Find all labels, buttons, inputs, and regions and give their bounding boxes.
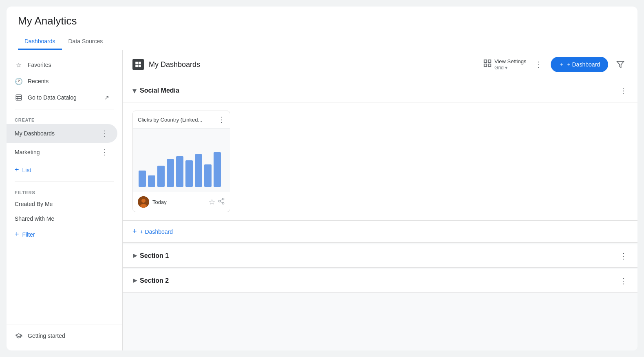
section-social-media-title: Social Media [140,87,620,94]
sidebar: ☆ Favorites 🕐 Recents [7,50,123,350]
filters-section-label: FILTERS [7,185,122,197]
more-options-button[interactable]: ⋮ [531,57,546,72]
section-1-menu-icon[interactable]: ⋮ [620,251,628,261]
sidebar-bottom: Getting started [7,324,122,344]
sidebar-marketing-label: Marketing [15,149,95,155]
section-1-title: Section 1 [140,252,620,259]
content-title: My Dashboards [132,59,483,70]
sidebar-recents-label: Recents [28,78,109,84]
svg-point-26 [218,200,221,202]
add-filter-icon: + [15,230,19,239]
svg-rect-5 [139,62,141,64]
section-2-menu-icon[interactable]: ⋮ [620,276,628,286]
add-dashboard-label: + Dashboard [567,61,600,68]
sidebar-item-created-by-me[interactable]: Created By Me [7,197,117,211]
card-star-icon-1[interactable]: ☆ [209,197,215,206]
dashboards-icon [132,59,144,70]
content-header: My Dashboards [123,50,637,79]
svg-line-28 [220,202,222,203]
view-settings-button[interactable]: View Settings Grid ▾ [483,58,527,71]
add-filter-label: Filter [22,231,35,238]
table-icon [15,93,23,102]
svg-line-29 [220,199,222,200]
marketing-menu-icon[interactable]: ⋮ [100,147,109,157]
add-dashboard-button[interactable]: ＋ + Dashboard [551,57,608,72]
svg-rect-19 [195,154,202,187]
sidebar-item-marketing[interactable]: Marketing ⋮ [7,143,117,162]
sidebar-my-dashboards-label: My Dashboards [15,130,95,137]
sidebar-item-recents[interactable]: 🕐 Recents [7,73,117,89]
graduation-icon [15,332,23,340]
svg-rect-20 [204,164,212,187]
svg-rect-0 [16,95,22,100]
add-dashboard-link-label: + Dashboard [140,228,173,235]
filter-icon-button[interactable] [613,57,628,72]
svg-point-25 [222,198,224,200]
svg-marker-12 [617,62,624,68]
view-settings-label: View Settings [494,58,527,65]
card-title-1: Clicks by Country (Linked... [138,117,202,123]
app-title: My Analytics [18,15,626,27]
cards-grid: Clicks by Country (Linked... ⋮ [132,111,628,212]
card-chart-1 [133,129,230,192]
tabs: Dashboards Data Sources [18,34,626,50]
svg-rect-9 [488,60,491,62]
page-title: My Dashboards [149,60,200,69]
grid-icon [483,59,492,70]
card-share-icon-1[interactable] [218,197,225,207]
svg-rect-13 [139,171,146,187]
create-section-label: CREATE [7,113,122,124]
svg-rect-6 [135,65,138,67]
external-link-icon: ↗ [104,94,109,101]
avatar-1 [138,196,149,208]
add-dashboard-link[interactable]: + + Dashboard [123,221,637,243]
bar-chart-svg [137,130,226,187]
clock-icon: 🕐 [15,77,23,85]
chevron-right-icon-1: ▾ [130,254,139,258]
svg-rect-10 [484,64,487,67]
card-header-1: Clicks by Country (Linked... ⋮ [133,111,230,129]
section-social-media[interactable]: ▾ Social Media ⋮ [123,79,637,102]
sidebar-divider-2 [15,182,114,182]
svg-rect-4 [135,62,138,64]
view-settings-sub: Grid ▾ [494,65,527,71]
card-menu-icon-1[interactable]: ⋮ [218,115,225,124]
sidebar-item-my-dashboards[interactable]: My Dashboards ⋮ [7,124,117,143]
section-2[interactable]: ▾ Section 2 ⋮ [123,269,637,293]
star-icon: ☆ [15,61,23,69]
my-dashboards-menu-icon[interactable]: ⋮ [100,128,109,139]
dashboard-card-1[interactable]: Clicks by Country (Linked... ⋮ [132,111,230,212]
sidebar-item-shared-with-me[interactable]: Shared with Me [7,211,117,226]
card-footer-1: Today ☆ [133,192,230,212]
sidebar-item-data-catalog[interactable]: Go to Data Catalog ↗ [7,89,117,106]
sidebar-favorites-label: Favorites [28,62,109,68]
chevron-right-icon-2: ▾ [130,279,139,283]
svg-rect-7 [139,65,141,67]
sidebar-item-favorites[interactable]: ☆ Favorites [7,57,117,73]
svg-rect-14 [148,175,155,187]
svg-rect-16 [167,159,174,187]
svg-point-27 [222,202,224,204]
view-settings-text: View Settings Grid ▾ [494,58,527,71]
svg-rect-8 [484,60,487,62]
tab-dashboards[interactable]: Dashboards [18,34,62,50]
section-2-title: Section 2 [140,277,620,284]
svg-point-23 [141,199,146,203]
add-list-button[interactable]: + List [7,162,122,178]
add-filter-button[interactable]: + Filter [7,226,122,243]
svg-rect-11 [488,64,491,67]
section-social-media-menu-icon[interactable]: ⋮ [620,86,628,95]
add-list-label: List [22,167,31,173]
svg-rect-17 [176,156,183,187]
tab-data-sources[interactable]: Data Sources [62,34,110,50]
add-list-icon: + [15,166,19,174]
svg-rect-18 [185,160,193,187]
add-dashboard-link-icon: + [132,227,137,236]
section-1[interactable]: ▾ Section 1 ⋮ [123,244,637,268]
sidebar-created-by-me-label: Created By Me [15,201,109,207]
sidebar-data-catalog-label: Go to Data Catalog [28,94,99,101]
sidebar-item-getting-started[interactable]: Getting started [7,328,117,344]
cards-area: Clicks by Country (Linked... ⋮ [123,102,637,221]
svg-rect-15 [157,166,165,187]
card-date-1: Today [152,199,209,205]
